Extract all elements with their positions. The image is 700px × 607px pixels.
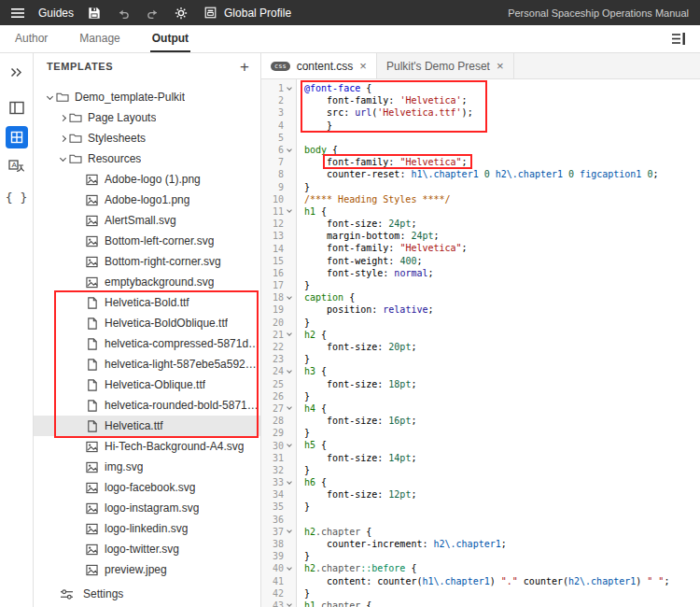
- snippet-braces-icon[interactable]: { }: [6, 186, 28, 208]
- caret-down-icon[interactable]: [56, 158, 69, 161]
- code-line[interactable]: font-size: 14pt;: [304, 452, 700, 464]
- tree-file[interactable]: Helvetica-BoldOblique.ttf: [34, 313, 260, 333]
- code-line[interactable]: font-weight: 400;: [304, 255, 700, 267]
- templates-grid-icon[interactable]: [6, 126, 28, 148]
- code-line[interactable]: }: [304, 317, 700, 329]
- tree-file[interactable]: helvetica-compressed-5871d14b6903a...: [34, 333, 260, 354]
- panel-toggle-icon[interactable]: [671, 25, 687, 52]
- tree-file[interactable]: AlertSmall.svg: [34, 210, 260, 231]
- fold-chevron-icon[interactable]: [284, 482, 295, 484]
- tree-file[interactable]: img.svg: [34, 457, 260, 477]
- tree-file[interactable]: helvetica-rounded-bold-5871d05ead8...: [34, 395, 260, 416]
- code-line[interactable]: font-size: 16pt;: [304, 415, 700, 427]
- code-line[interactable]: counter-increment: h2\.chapter1;: [304, 538, 700, 550]
- tree-file[interactable]: Adobe-logo (1).png: [34, 169, 260, 190]
- code-line[interactable]: }: [304, 501, 700, 513]
- fold-chevron-icon[interactable]: [284, 530, 295, 532]
- tree-file[interactable]: Hi-Tech-Background-A4.svg: [34, 436, 260, 457]
- code-line[interactable]: }: [304, 427, 700, 439]
- tree-file[interactable]: logo-twitter.svg: [34, 539, 260, 559]
- translate-icon[interactable]: A: [6, 156, 28, 178]
- code-line[interactable]: h5 {: [304, 439, 700, 451]
- code-line[interactable]: content: counter(h1\.chapter1) "." count…: [304, 575, 700, 587]
- tab-pulkits-demo-preset[interactable]: Pulkit's Demo Preset ×: [377, 53, 514, 78]
- code-line[interactable]: font-size: 24pt;: [304, 218, 700, 230]
- code-line[interactable]: h3 {: [304, 365, 700, 377]
- fold-chevron-icon[interactable]: [284, 149, 295, 151]
- code-line[interactable]: margin-bottom: 24pt;: [304, 230, 700, 242]
- settings-button[interactable]: Settings: [34, 581, 260, 607]
- redo-icon[interactable]: [144, 5, 161, 21]
- code-line[interactable]: font-size: 12pt;: [304, 488, 700, 501]
- undo-icon[interactable]: [115, 5, 132, 21]
- code-line[interactable]: @font-face {: [304, 82, 700, 94]
- code-line[interactable]: }: [304, 120, 700, 132]
- fold-chevron-icon[interactable]: [284, 407, 295, 409]
- tree-file[interactable]: helvetica-light-587ebe5a59211.ttf: [34, 354, 260, 374]
- code-line[interactable]: }: [304, 390, 700, 402]
- code-line[interactable]: h2 {: [304, 329, 700, 341]
- code-line[interactable]: h4 {: [304, 402, 700, 415]
- fold-chevron-icon[interactable]: [284, 333, 295, 335]
- code-line[interactable]: }: [304, 550, 700, 562]
- code-editor[interactable]: 1234567891011121314151617181920212223242…: [261, 79, 700, 607]
- hamburger-icon[interactable]: [9, 5, 26, 21]
- layout-icon[interactable]: [6, 96, 28, 119]
- tree-file[interactable]: Adobe-logo1.png: [34, 190, 260, 210]
- code-line[interactable]: h6 {: [304, 476, 700, 488]
- tree-file[interactable]: Top-left-corner.svg: [34, 580, 260, 581]
- tree-file[interactable]: preview.jpeg: [34, 559, 260, 580]
- tree-file[interactable]: emptybackground.svg: [34, 272, 260, 292]
- code-line[interactable]: h2.chapter {: [304, 526, 700, 538]
- code-line[interactable]: /**** Heading Styles ****/: [304, 193, 700, 205]
- code-line[interactable]: }: [304, 587, 700, 600]
- tab-manage[interactable]: Manage: [77, 25, 121, 52]
- code-line[interactable]: font-size: 18pt;: [304, 378, 700, 390]
- code-line[interactable]: caption {: [304, 291, 700, 304]
- fold-chevron-icon[interactable]: [284, 371, 295, 373]
- tree-file[interactable]: logo-instagram.svg: [34, 498, 260, 518]
- tab-output[interactable]: Output: [150, 25, 190, 52]
- tree-file[interactable]: Helvetica-Bold.ttf: [34, 292, 260, 313]
- code-line[interactable]: src: url('Helvetica.ttf');: [304, 106, 700, 119]
- tab-content-css[interactable]: css content.css ×: [261, 53, 377, 78]
- code-line[interactable]: }: [304, 279, 700, 291]
- caret-down-icon[interactable]: [43, 96, 56, 99]
- tree-file[interactable]: Helvetica.ttf: [34, 416, 260, 436]
- code-line[interactable]: font-family: 'Helvetica';: [304, 94, 700, 106]
- tree-file[interactable]: Bottom-left-corner.svg: [34, 231, 260, 251]
- code-line[interactable]: }: [304, 181, 700, 193]
- code-line[interactable]: font-family: "Helvetica";: [304, 242, 700, 254]
- caret-right-icon[interactable]: [56, 116, 69, 120]
- fold-chevron-icon[interactable]: [284, 210, 295, 212]
- code-line[interactable]: font-family: "Helvetica";: [304, 156, 700, 168]
- code-line[interactable]: h2.chapter::before {: [304, 562, 700, 574]
- tree-folder[interactable]: Resources: [34, 148, 260, 169]
- code-content[interactable]: @font-face { font-family: 'Helvetica'; s…: [297, 79, 700, 607]
- code-line[interactable]: font-size: 20pt;: [304, 341, 700, 353]
- tree-folder[interactable]: Stylesheets: [34, 128, 260, 148]
- close-icon[interactable]: ×: [359, 60, 367, 72]
- tab-author[interactable]: Author: [13, 25, 49, 52]
- fold-chevron-icon[interactable]: [284, 445, 295, 446]
- close-icon[interactable]: ×: [497, 60, 504, 72]
- fold-chevron-icon[interactable]: [284, 297, 295, 299]
- code-line[interactable]: }: [304, 353, 700, 365]
- code-line[interactable]: [304, 132, 700, 144]
- tree-folder[interactable]: Page Layouts: [34, 107, 260, 128]
- code-line[interactable]: counter-reset: h1\.chapter1 0 h2\.chapte…: [304, 168, 700, 180]
- fold-chevron-icon[interactable]: [284, 568, 295, 570]
- save-icon[interactable]: [86, 5, 103, 21]
- expand-panel-double-chevron-icon[interactable]: [6, 61, 28, 83]
- tree-file[interactable]: logo-facebook.svg: [34, 477, 260, 498]
- global-profile-button[interactable]: Global Profile: [202, 5, 291, 21]
- code-line[interactable]: body {: [304, 144, 700, 156]
- gear-icon[interactable]: [173, 5, 189, 21]
- tree-file[interactable]: logo-linkedin.svg: [34, 518, 260, 539]
- fold-chevron-icon[interactable]: [284, 604, 295, 606]
- tree-folder[interactable]: Demo_template-Pulkit: [34, 87, 260, 107]
- code-line[interactable]: h1 {: [304, 205, 700, 218]
- caret-right-icon[interactable]: [56, 136, 69, 141]
- fold-chevron-icon[interactable]: [284, 88, 295, 90]
- code-line[interactable]: [304, 514, 700, 526]
